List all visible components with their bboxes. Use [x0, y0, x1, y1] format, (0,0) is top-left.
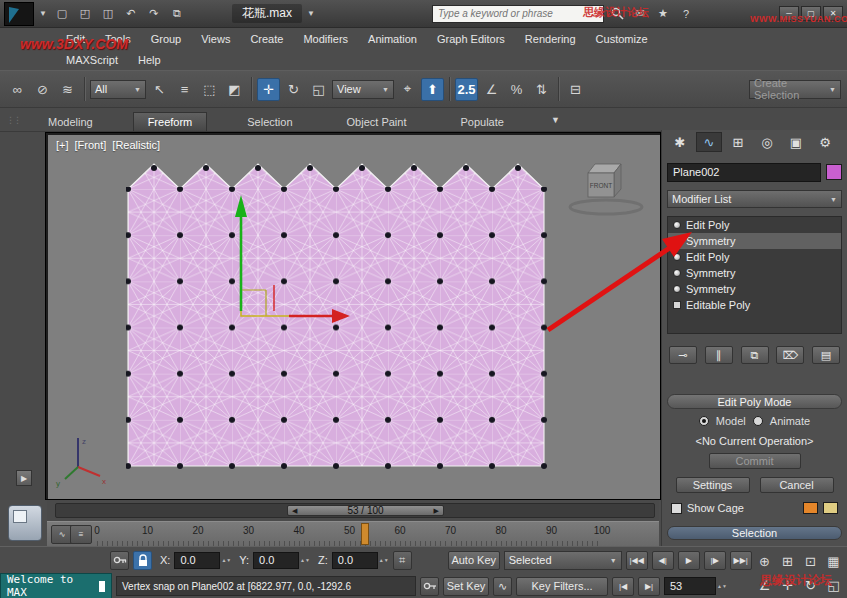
left-panel-expand-button[interactable]: ▶: [16, 470, 32, 486]
selected-dropdown[interactable]: Selected ▼: [504, 551, 622, 570]
tab-modeling[interactable]: Modeling: [34, 113, 107, 131]
commit-button[interactable]: Commit: [709, 453, 801, 469]
app-menu-arrow-icon[interactable]: ▼: [37, 9, 49, 18]
key-icon[interactable]: [110, 551, 129, 570]
go-to-start-button[interactable]: |◀◀: [626, 551, 648, 570]
select-and-scale-icon[interactable]: ◱: [307, 78, 330, 101]
menu-edit[interactable]: Edit: [56, 33, 95, 45]
viewcube[interactable]: FRONT: [570, 164, 642, 214]
undo-icon[interactable]: ↶: [121, 4, 141, 24]
auto-key-button[interactable]: Auto Key: [448, 551, 500, 570]
menu-create[interactable]: Create: [240, 33, 293, 45]
use-pivot-center-icon[interactable]: ⌖: [396, 78, 419, 101]
grid-toggle-icon[interactable]: ⌗: [393, 551, 412, 570]
y-spinner[interactable]: ▲▼: [300, 558, 310, 562]
named-selection-dropdown[interactable]: Create Selection ▼: [749, 80, 841, 99]
named-selection-sets-icon[interactable]: ⊟: [564, 78, 587, 101]
x-coordinate-field[interactable]: 0.0: [174, 552, 220, 569]
make-unique-icon[interactable]: ⧉: [741, 346, 769, 364]
menu-maxscript[interactable]: MAXScript: [56, 54, 128, 66]
set-key-button[interactable]: Set Key: [443, 577, 489, 596]
select-and-manipulate-icon[interactable]: ⬆: [421, 78, 444, 101]
viewport-shading-menu[interactable]: [Realistic]: [112, 139, 160, 151]
percent-snap-icon[interactable]: %: [505, 78, 528, 101]
time-slider[interactable]: ◀ 53 / 100 ▶: [287, 505, 444, 516]
zoom-extents-all-icon[interactable]: ▦: [822, 549, 845, 573]
menu-graph-editors[interactable]: Graph Editors: [427, 33, 515, 45]
window-crossing-icon[interactable]: ◩: [223, 78, 246, 101]
viewport-front[interactable]: FRONT z x y [+] [Front] [Realistic]: [48, 135, 660, 499]
viewport-pov-menu[interactable]: [Front]: [75, 139, 107, 151]
viewcube-front-label[interactable]: FRONT: [590, 182, 612, 189]
menu-group[interactable]: Group: [141, 33, 192, 45]
select-object-icon[interactable]: ↖: [148, 78, 171, 101]
favorites-star-icon[interactable]: ★: [653, 4, 673, 24]
modifier-list-dropdown[interactable]: Modifier List ▼: [667, 190, 842, 208]
modifier-stack-row[interactable]: Edit Poly: [668, 249, 841, 265]
utilities-tab-icon[interactable]: ⚙: [812, 132, 838, 152]
show-curves-icon[interactable]: ≡: [70, 525, 92, 544]
select-by-name-icon[interactable]: ≡: [173, 78, 196, 101]
viewport-canvas[interactable]: FRONT z x y: [48, 135, 660, 499]
settings-button[interactable]: Settings: [676, 477, 750, 493]
snap-toggle-icon[interactable]: 2.5: [455, 78, 478, 101]
rollout-header-edit-poly-mode[interactable]: Edit Poly Mode: [667, 394, 842, 409]
save-file-icon[interactable]: ◫: [98, 4, 118, 24]
modifier-visibility-icon[interactable]: [673, 253, 681, 261]
orbit-icon[interactable]: ↻: [799, 573, 822, 597]
track-bar[interactable]: ∿ ≡ 0 10 20 30 40 50 60 70 80 90 100: [47, 521, 659, 546]
selection-filter-dropdown[interactable]: All ▼: [90, 80, 146, 99]
workspace-arrow-icon[interactable]: ▼: [305, 9, 317, 18]
rectangular-selection-region-icon[interactable]: ⬚: [198, 78, 221, 101]
tab-populate[interactable]: Populate: [446, 113, 517, 131]
remove-modifier-icon[interactable]: ⌦: [776, 346, 804, 364]
ribbon-grip[interactable]: ⋮⋮: [6, 115, 20, 125]
cage-selected-color-swatch[interactable]: [823, 502, 838, 514]
modifier-stack-row[interactable]: Symmetry: [668, 281, 841, 297]
close-button[interactable]: ✕: [823, 6, 843, 21]
modifier-stack-row[interactable]: Symmetry: [668, 265, 841, 281]
default-tangents-icon[interactable]: ∿: [493, 577, 512, 596]
search-input[interactable]: [432, 5, 604, 23]
viewport-layout-button[interactable]: [8, 505, 42, 541]
menu-customize[interactable]: Customize: [586, 33, 658, 45]
configure-modifier-sets-icon[interactable]: ▤: [812, 346, 840, 364]
unlink-selection-icon[interactable]: ⊘: [31, 78, 54, 101]
create-tab-icon[interactable]: ✱: [667, 132, 693, 152]
cage-color-swatch[interactable]: [803, 502, 818, 514]
viewport-general-menu[interactable]: [+]: [56, 139, 69, 151]
selection-lock-icon[interactable]: [133, 551, 152, 570]
object-color-swatch[interactable]: [826, 164, 842, 180]
trackbar-ruler[interactable]: 0 10 20 30 40 50 60 70 80 90 100: [90, 522, 610, 547]
current-frame-marker[interactable]: [361, 523, 369, 545]
reference-coordsys-dropdown[interactable]: View ▼: [332, 80, 394, 99]
modifier-visibility-icon[interactable]: [673, 237, 681, 245]
time-slider-track[interactable]: ◀ 53 / 100 ▶: [55, 503, 655, 518]
new-scene-icon[interactable]: ▢: [52, 4, 72, 24]
maximize-button[interactable]: ▢: [801, 6, 821, 21]
angle-snap-icon[interactable]: ∠: [480, 78, 503, 101]
x-spinner[interactable]: ▲▼: [221, 558, 231, 562]
menu-views[interactable]: Views: [191, 33, 240, 45]
app-logo-icon[interactable]: [4, 2, 34, 26]
z-coordinate-field[interactable]: 0.0: [332, 552, 378, 569]
zoom-all-icon[interactable]: ⊞: [776, 549, 799, 573]
play-button[interactable]: ▶: [678, 551, 700, 570]
maximize-viewport-icon[interactable]: ◱: [822, 573, 845, 597]
modifier-stack-row[interactable]: Editable Poly: [668, 297, 841, 313]
search-icon[interactable]: [607, 4, 627, 24]
modifier-visibility-icon[interactable]: [673, 285, 681, 293]
field-of-view-icon[interactable]: ∠: [753, 573, 776, 597]
previous-key-button[interactable]: |◀: [612, 577, 634, 596]
motion-tab-icon[interactable]: ◎: [754, 132, 780, 152]
pan-icon[interactable]: ✛: [776, 573, 799, 597]
previous-frame-button[interactable]: ◀|: [652, 551, 674, 570]
maxscript-mini-listener[interactable]: Welcome to MAX: [0, 573, 112, 598]
go-to-end-button[interactable]: ▶▶|: [730, 551, 752, 570]
spinner-snap-icon[interactable]: ⇅: [530, 78, 553, 101]
set-key-toggle-icon[interactable]: [420, 577, 439, 596]
tab-freeform[interactable]: Freeform: [133, 112, 208, 131]
current-frame-field[interactable]: 53: [664, 577, 716, 595]
previous-frame-arrow-icon[interactable]: ◀: [292, 507, 297, 515]
display-tab-icon[interactable]: ▣: [783, 132, 809, 152]
